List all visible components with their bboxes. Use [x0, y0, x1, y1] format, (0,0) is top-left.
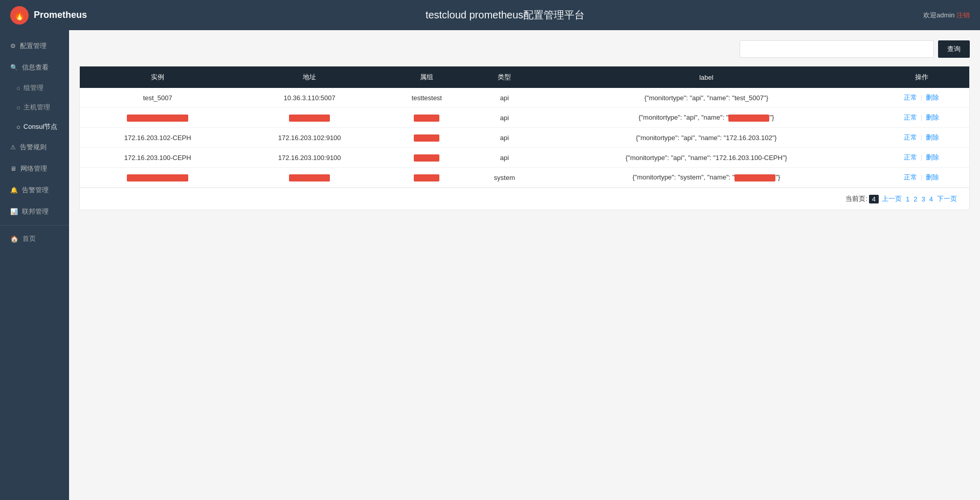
- action-normal-link[interactable]: 正常: [904, 153, 917, 161]
- sidebar-item-network[interactable]: 🖥 网络管理: [0, 158, 69, 179]
- page-4[interactable]: 4: [927, 195, 935, 203]
- pagination-prev[interactable]: 上一页: [880, 194, 904, 203]
- logo-icon: 🔥: [10, 6, 29, 25]
- col-group: 属组: [384, 66, 470, 88]
- main-content: 查询 实例 地址 属组 类型 label 操作 test_500710.36.3…: [69, 30, 980, 500]
- action-normal-link[interactable]: 正常: [904, 113, 917, 121]
- sidebar-item-network-label: 网络管理: [20, 164, 47, 173]
- redacted-label-value: [728, 115, 769, 122]
- action-separator: |: [919, 94, 924, 101]
- redacted-instance: [127, 115, 188, 122]
- sidebar-item-alert-mgmt[interactable]: 🔔 告警管理: [0, 179, 69, 201]
- action-separator: |: [919, 153, 924, 161]
- sidebar-item-info-label: 信息查看: [22, 63, 49, 72]
- action-delete-link[interactable]: 删除: [926, 173, 939, 181]
- sidebar-item-group[interactable]: ○ 组管理: [0, 78, 69, 98]
- sidebar-item-alert-mgmt-label: 告警管理: [22, 186, 49, 195]
- page-2[interactable]: 2: [911, 195, 919, 203]
- bell-icon: 🔔: [10, 187, 18, 194]
- search-input[interactable]: [740, 40, 934, 58]
- alert-icon: ⚠: [10, 144, 16, 151]
- action-normal-link[interactable]: 正常: [904, 133, 917, 141]
- action-normal-link[interactable]: 正常: [904, 173, 917, 181]
- redacted-group: [414, 174, 439, 181]
- cell-instance: 172.16.203.100-CEPH: [80, 148, 235, 168]
- home-label: 首页: [23, 234, 36, 243]
- table-row: system{"monitortype": "system", "name": …: [80, 168, 969, 188]
- cell-label: {"monitortype": "system", "name": ""}: [539, 168, 874, 188]
- action-delete-link[interactable]: 删除: [926, 133, 939, 141]
- cell-address: [235, 108, 383, 128]
- cell-address: 10.36.3.110:5007: [235, 88, 383, 108]
- sidebar-item-federation[interactable]: 📊 联邦管理: [0, 201, 69, 222]
- redacted-label-value: [734, 174, 775, 181]
- cell-instance: [80, 108, 235, 128]
- cell-label: {"monitortype": "api", "name": ""}: [539, 108, 874, 128]
- sidebar-home[interactable]: 🏠 首页: [0, 228, 69, 249]
- cell-group: [384, 168, 470, 188]
- sidebar-item-consul-label: Consul节点: [24, 122, 57, 131]
- header: 🔥 Prometheus testcloud prometheus配置管理平台 …: [0, 0, 980, 30]
- cell-type: api: [470, 148, 539, 168]
- cell-group: testtestest: [384, 88, 470, 108]
- gear-icon: ⚙: [10, 42, 16, 50]
- col-instance: 实例: [80, 66, 235, 88]
- sidebar-item-consul[interactable]: ○ Consul节点: [0, 117, 69, 137]
- cell-action: 正常 | 删除: [874, 168, 969, 188]
- pagination-current-page: 4: [868, 195, 879, 203]
- sidebar-item-info[interactable]: 🔍 信息查看: [0, 57, 69, 78]
- table-row: 172.16.203.100-CEPH172.16.203.100:9100ap…: [80, 148, 969, 168]
- cell-action: 正常 | 删除: [874, 148, 969, 168]
- redacted-instance: [127, 174, 188, 181]
- action-delete-link[interactable]: 删除: [926, 113, 939, 121]
- action-delete-link[interactable]: 删除: [926, 153, 939, 161]
- action-separator: |: [919, 113, 924, 121]
- cell-label: {"monitortype": "api", "name": "172.16.2…: [539, 128, 874, 148]
- cell-instance: test_5007: [80, 88, 235, 108]
- cell-action: 正常 | 删除: [874, 108, 969, 128]
- action-normal-link[interactable]: 正常: [904, 94, 917, 101]
- sidebar-item-group-label: 组管理: [24, 83, 43, 93]
- redacted-address: [289, 174, 330, 181]
- chart-icon: 📊: [10, 208, 18, 215]
- table-row: api{"monitortype": "api", "name": ""}正常 …: [80, 108, 969, 128]
- sidebar-item-config-label: 配置管理: [20, 41, 47, 51]
- pagination-next[interactable]: 下一页: [935, 194, 959, 203]
- cell-address: 172.16.203.100:9100: [235, 148, 383, 168]
- cell-label: {"monitortype": "api", "name": "172.16.2…: [539, 148, 874, 168]
- dot-icon: ○: [16, 123, 20, 131]
- action-separator: |: [919, 133, 924, 141]
- sidebar-item-federation-label: 联邦管理: [22, 207, 49, 216]
- action-separator: |: [919, 173, 924, 181]
- logo-area: 🔥 Prometheus: [10, 6, 87, 25]
- dot-icon: ○: [16, 104, 20, 111]
- logout-link[interactable]: 注销: [956, 11, 970, 19]
- sidebar-item-host-label: 主机管理: [24, 103, 50, 112]
- table-row: 172.16.203.102-CEPH172.16.203.102:9100ap…: [80, 128, 969, 148]
- sidebar-item-host[interactable]: ○ 主机管理: [0, 98, 69, 117]
- search-button[interactable]: 查询: [938, 40, 970, 58]
- cell-instance: 172.16.203.102-CEPH: [80, 128, 235, 148]
- col-address: 地址: [235, 66, 383, 88]
- sidebar-item-alert-rule[interactable]: ⚠ 告警规则: [0, 137, 69, 158]
- action-delete-link[interactable]: 删除: [926, 94, 939, 101]
- cell-type: api: [470, 88, 539, 108]
- page-1[interactable]: 1: [904, 195, 911, 203]
- redacted-group: [414, 115, 439, 122]
- search-icon: 🔍: [10, 64, 18, 71]
- table-header-row: 实例 地址 属组 类型 label 操作: [80, 66, 969, 88]
- cell-address: [235, 168, 383, 188]
- sidebar-item-config[interactable]: ⚙ 配置管理: [0, 35, 69, 57]
- data-table: 实例 地址 属组 类型 label 操作 test_500710.36.3.11…: [79, 66, 970, 210]
- cell-group: [384, 148, 470, 168]
- sidebar-divider: [0, 225, 69, 225]
- sidebar: ⚙ 配置管理 🔍 信息查看 ○ 组管理 ○ 主机管理 ○ Consul节点 ⚠ …: [0, 30, 69, 500]
- table-row: test_500710.36.3.110:5007testtestestapi{…: [80, 88, 969, 108]
- search-bar: 查询: [79, 40, 970, 58]
- page-3[interactable]: 3: [920, 195, 927, 203]
- home-icon: 🏠: [10, 235, 18, 243]
- pagination-current-label: 当前页:: [845, 194, 867, 203]
- col-label: label: [539, 66, 874, 88]
- cell-action: 正常 | 删除: [874, 128, 969, 148]
- cell-action: 正常 | 删除: [874, 88, 969, 108]
